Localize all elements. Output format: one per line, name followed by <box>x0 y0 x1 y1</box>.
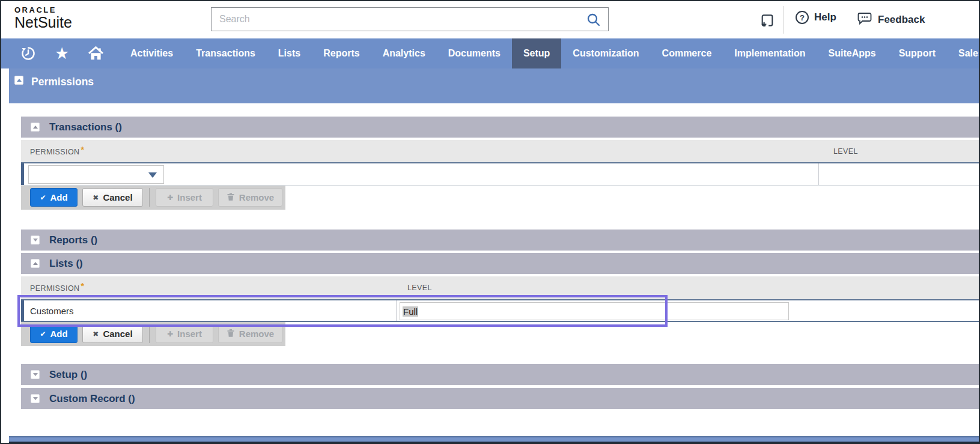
quick-add-page-icon[interactable] <box>759 13 775 31</box>
setup-section-bar[interactable]: Setup () <box>21 364 979 385</box>
chevron-down-icon[interactable] <box>148 172 157 178</box>
nav-item-lists[interactable]: Lists <box>267 38 312 68</box>
netsuite-logo[interactable]: ORACLE NetSuite <box>14 5 72 31</box>
reports-section-bar[interactable]: Reports () <box>21 230 979 251</box>
navbar-menu: Activities Transactions Lists Reports An… <box>119 38 979 68</box>
nav-item-commerce[interactable]: Commerce <box>651 38 723 68</box>
x-icon: ✖ <box>93 330 99 338</box>
feedback-link[interactable]: Feedback <box>857 11 925 28</box>
check-icon: ✔ <box>40 330 46 338</box>
permission-column-header: PERMISSION* <box>30 147 84 156</box>
insert-button[interactable]: ✚ Insert <box>156 324 213 343</box>
search-icon[interactable] <box>586 13 601 29</box>
remove-button[interactable]: Remove <box>218 324 282 343</box>
nav-item-analytics[interactable]: Analytics <box>371 38 437 68</box>
help-label: Help <box>814 11 836 23</box>
plus-icon: ✚ <box>167 193 173 202</box>
help-link[interactable]: ? Help <box>796 11 836 24</box>
permission-cell[interactable]: Customers <box>30 306 74 316</box>
permission-column-header: PERMISSION* <box>30 283 84 293</box>
lists-grid-row-customers: Customers Full <box>21 299 979 322</box>
search-input[interactable] <box>212 8 608 31</box>
required-marker: * <box>81 145 85 154</box>
feedback-label: Feedback <box>878 14 925 26</box>
level-column-header: LEVEL <box>407 284 432 292</box>
active-row-indicator <box>21 163 24 185</box>
nav-item-support[interactable]: Support <box>887 38 947 68</box>
nav-item-activities[interactable]: Activities <box>119 38 184 68</box>
active-row-indicator <box>21 300 24 321</box>
nav-item-sales[interactable]: Sales <box>947 38 979 68</box>
cropped-section-band-border <box>9 442 979 444</box>
feedback-icon <box>857 11 872 28</box>
insert-button[interactable]: ✚ Insert <box>156 188 213 207</box>
transactions-grid-buttons: ✔ Add ✖ Cancel ✚ Insert Remove <box>21 186 285 210</box>
home-icon[interactable] <box>87 44 105 62</box>
remove-button[interactable]: Remove <box>218 188 282 207</box>
custom-record-section-bar[interactable]: Custom Record () <box>21 388 979 409</box>
permission-dropdown[interactable] <box>28 165 164 184</box>
transactions-section-title: Transactions () <box>49 121 122 133</box>
recent-records-icon[interactable] <box>19 44 37 62</box>
global-search <box>211 7 609 31</box>
transactions-grid-new-row <box>21 162 979 186</box>
add-button[interactable]: ✔ Add <box>30 324 78 343</box>
collapse-down-icon[interactable] <box>31 394 40 403</box>
collapse-down-icon[interactable] <box>31 236 40 245</box>
trash-icon <box>227 192 235 203</box>
level-column-header: LEVEL <box>833 147 858 156</box>
lists-section-title: Lists () <box>49 258 83 270</box>
level-field[interactable]: Full <box>400 302 789 320</box>
nav-item-setup[interactable]: Setup <box>512 38 561 68</box>
transactions-section-bar[interactable]: Transactions () <box>21 117 979 138</box>
header-divider <box>783 6 784 34</box>
plus-icon: ✚ <box>167 330 173 338</box>
add-button[interactable]: ✔ Add <box>30 188 78 207</box>
button-divider <box>149 324 150 343</box>
logo-netsuite-text: NetSuite <box>14 14 72 31</box>
cancel-button[interactable]: ✖ Cancel <box>82 324 143 343</box>
lists-grid-buttons: ✔ Add ✖ Cancel ✚ Insert Remove <box>21 322 285 346</box>
shortcuts-star-icon[interactable]: ★ <box>53 44 71 62</box>
nav-item-reports[interactable]: Reports <box>312 38 371 68</box>
required-marker: * <box>81 281 85 291</box>
custom-record-section-title: Custom Record () <box>49 393 135 405</box>
permissions-title: Permissions <box>31 76 94 88</box>
main-navbar: ★ Activities Transactions Lists Reports … <box>1 38 979 68</box>
check-icon: ✔ <box>40 193 46 202</box>
cancel-button[interactable]: ✖ Cancel <box>82 188 143 207</box>
collapse-up-icon[interactable] <box>31 259 40 268</box>
nav-item-implementation[interactable]: Implementation <box>723 38 817 68</box>
reports-section-title: Reports () <box>49 234 97 246</box>
setup-section-title: Setup () <box>49 369 87 381</box>
nav-item-documents[interactable]: Documents <box>437 38 512 68</box>
button-divider <box>149 188 150 207</box>
logo-oracle-text: ORACLE <box>14 5 72 14</box>
collapse-up-icon[interactable] <box>14 76 23 85</box>
help-icon: ? <box>796 11 809 24</box>
permissions-section-header[interactable]: Permissions <box>9 68 979 103</box>
collapse-down-icon[interactable] <box>31 370 40 379</box>
navbar-icon-group: ★ <box>1 38 119 68</box>
trash-icon <box>227 329 235 339</box>
nav-item-suiteapps[interactable]: SuiteApps <box>817 38 887 68</box>
transactions-grid-header: PERMISSION* LEVEL <box>21 140 979 162</box>
column-separator <box>396 300 397 321</box>
nav-item-transactions[interactable]: Transactions <box>184 38 267 68</box>
x-icon: ✖ <box>93 193 99 202</box>
collapse-up-icon[interactable] <box>31 123 40 132</box>
level-selected-text: Full <box>403 306 418 317</box>
top-header: ORACLE NetSuite ? Help <box>1 1 979 38</box>
column-separator <box>818 163 819 185</box>
nav-item-customization[interactable]: Customization <box>561 38 650 68</box>
lists-grid-header: PERMISSION* LEVEL <box>21 276 979 299</box>
lists-section-bar[interactable]: Lists () <box>21 253 979 274</box>
